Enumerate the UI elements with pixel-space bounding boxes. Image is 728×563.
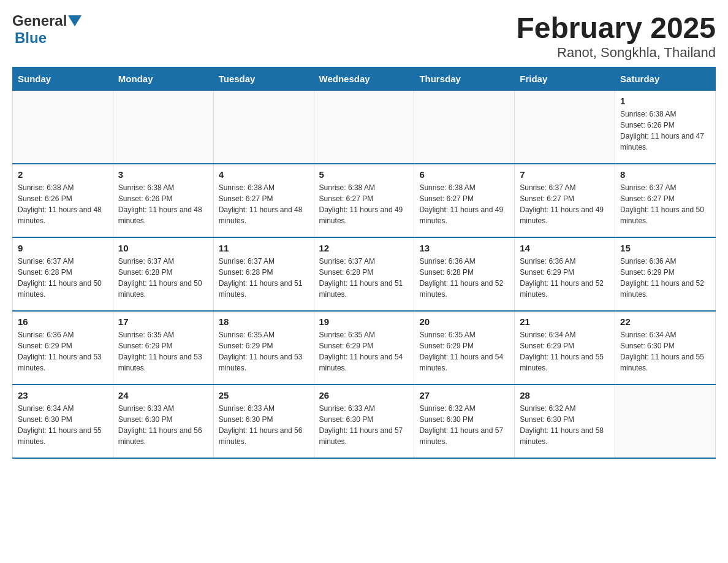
calendar-cell: 17Sunrise: 6:35 AM Sunset: 6:29 PM Dayli… — [113, 311, 213, 385]
calendar-cell: 28Sunrise: 6:32 AM Sunset: 6:30 PM Dayli… — [515, 385, 615, 458]
calendar-cell: 21Sunrise: 6:34 AM Sunset: 6:29 PM Dayli… — [515, 311, 615, 385]
day-info: Sunrise: 6:32 AM Sunset: 6:30 PM Dayligh… — [520, 403, 610, 447]
logo-arrow-icon — [68, 15, 82, 29]
day-number: 1 — [620, 96, 710, 106]
logo-blue-text: Blue — [15, 29, 47, 46]
calendar-cell: 14Sunrise: 6:36 AM Sunset: 6:29 PM Dayli… — [515, 237, 615, 311]
day-info: Sunrise: 6:34 AM Sunset: 6:29 PM Dayligh… — [520, 329, 610, 373]
day-info: Sunrise: 6:38 AM Sunset: 6:26 PM Dayligh… — [620, 109, 710, 153]
day-number: 22 — [620, 316, 710, 327]
day-info: Sunrise: 6:38 AM Sunset: 6:26 PM Dayligh… — [18, 182, 108, 226]
day-info: Sunrise: 6:35 AM Sunset: 6:29 PM Dayligh… — [419, 329, 509, 373]
day-number: 19 — [319, 316, 409, 327]
day-number: 2 — [18, 169, 108, 180]
day-info: Sunrise: 6:37 AM Sunset: 6:27 PM Dayligh… — [620, 182, 710, 226]
day-info: Sunrise: 6:35 AM Sunset: 6:29 PM Dayligh… — [219, 329, 309, 373]
weekday-header-row: SundayMondayTuesdayWednesdayThursdayFrid… — [13, 67, 716, 90]
day-number: 8 — [620, 169, 710, 180]
day-number: 16 — [18, 316, 108, 327]
calendar-subtitle: Ranot, Songkhla, Thailand — [516, 45, 716, 61]
calendar-cell: 19Sunrise: 6:35 AM Sunset: 6:29 PM Dayli… — [314, 311, 414, 385]
calendar-cell — [113, 90, 213, 164]
calendar-cell: 22Sunrise: 6:34 AM Sunset: 6:30 PM Dayli… — [615, 311, 716, 385]
day-number: 13 — [419, 243, 509, 253]
day-info: Sunrise: 6:34 AM Sunset: 6:30 PM Dayligh… — [18, 403, 108, 447]
calendar-cell — [515, 90, 615, 164]
calendar-week-row: 23Sunrise: 6:34 AM Sunset: 6:30 PM Dayli… — [13, 385, 716, 458]
day-info: Sunrise: 6:33 AM Sunset: 6:30 PM Dayligh… — [118, 403, 208, 447]
calendar-cell: 1Sunrise: 6:38 AM Sunset: 6:26 PM Daylig… — [615, 90, 716, 164]
day-number: 27 — [419, 390, 509, 400]
weekday-header-friday: Friday — [515, 67, 615, 90]
day-number: 24 — [118, 390, 208, 400]
calendar-cell — [314, 90, 414, 164]
calendar-header: SundayMondayTuesdayWednesdayThursdayFrid… — [13, 67, 716, 90]
day-info: Sunrise: 6:38 AM Sunset: 6:26 PM Dayligh… — [118, 182, 208, 226]
calendar-week-row: 16Sunrise: 6:36 AM Sunset: 6:29 PM Dayli… — [13, 311, 716, 385]
day-number: 23 — [18, 390, 108, 400]
day-info: Sunrise: 6:33 AM Sunset: 6:30 PM Dayligh… — [319, 403, 409, 447]
logo-general-text: General — [12, 12, 67, 29]
calendar-week-row: 2Sunrise: 6:38 AM Sunset: 6:26 PM Daylig… — [13, 164, 716, 237]
calendar-cell: 23Sunrise: 6:34 AM Sunset: 6:30 PM Dayli… — [13, 385, 113, 458]
day-info: Sunrise: 6:36 AM Sunset: 6:29 PM Dayligh… — [620, 256, 710, 300]
day-info: Sunrise: 6:36 AM Sunset: 6:29 PM Dayligh… — [520, 256, 610, 300]
day-number: 11 — [219, 243, 309, 253]
calendar-cell: 12Sunrise: 6:37 AM Sunset: 6:28 PM Dayli… — [314, 237, 414, 311]
calendar-cell: 25Sunrise: 6:33 AM Sunset: 6:30 PM Dayli… — [213, 385, 314, 458]
calendar-cell: 8Sunrise: 6:37 AM Sunset: 6:27 PM Daylig… — [615, 164, 716, 237]
calendar-cell: 7Sunrise: 6:37 AM Sunset: 6:27 PM Daylig… — [515, 164, 615, 237]
day-number: 25 — [219, 390, 309, 400]
day-info: Sunrise: 6:35 AM Sunset: 6:29 PM Dayligh… — [319, 329, 409, 373]
calendar-cell — [213, 90, 314, 164]
calendar-cell: 16Sunrise: 6:36 AM Sunset: 6:29 PM Dayli… — [13, 311, 113, 385]
calendar-cell: 2Sunrise: 6:38 AM Sunset: 6:26 PM Daylig… — [13, 164, 113, 237]
day-info: Sunrise: 6:37 AM Sunset: 6:28 PM Dayligh… — [219, 256, 309, 300]
day-info: Sunrise: 6:37 AM Sunset: 6:28 PM Dayligh… — [18, 256, 108, 300]
day-info: Sunrise: 6:36 AM Sunset: 6:29 PM Dayligh… — [18, 329, 108, 373]
calendar-week-row: 1Sunrise: 6:38 AM Sunset: 6:26 PM Daylig… — [13, 90, 716, 164]
weekday-header-saturday: Saturday — [615, 67, 716, 90]
calendar-cell — [615, 385, 716, 458]
page-header: General Blue February 2025 Ranot, Songkh… — [12, 12, 716, 61]
calendar-cell: 15Sunrise: 6:36 AM Sunset: 6:29 PM Dayli… — [615, 237, 716, 311]
calendar-cell: 27Sunrise: 6:32 AM Sunset: 6:30 PM Dayli… — [414, 385, 515, 458]
day-info: Sunrise: 6:33 AM Sunset: 6:30 PM Dayligh… — [219, 403, 309, 447]
day-number: 20 — [419, 316, 509, 327]
svg-marker-0 — [68, 15, 82, 26]
day-info: Sunrise: 6:38 AM Sunset: 6:27 PM Dayligh… — [319, 182, 409, 226]
calendar-cell — [414, 90, 515, 164]
day-info: Sunrise: 6:36 AM Sunset: 6:28 PM Dayligh… — [419, 256, 509, 300]
calendar-cell: 18Sunrise: 6:35 AM Sunset: 6:29 PM Dayli… — [213, 311, 314, 385]
calendar-cell: 11Sunrise: 6:37 AM Sunset: 6:28 PM Dayli… — [213, 237, 314, 311]
day-number: 28 — [520, 390, 610, 400]
calendar-cell: 13Sunrise: 6:36 AM Sunset: 6:28 PM Dayli… — [414, 237, 515, 311]
calendar-cell: 9Sunrise: 6:37 AM Sunset: 6:28 PM Daylig… — [13, 237, 113, 311]
calendar-cell: 10Sunrise: 6:37 AM Sunset: 6:28 PM Dayli… — [113, 237, 213, 311]
calendar-cell: 4Sunrise: 6:38 AM Sunset: 6:27 PM Daylig… — [213, 164, 314, 237]
day-info: Sunrise: 6:37 AM Sunset: 6:28 PM Dayligh… — [319, 256, 409, 300]
day-info: Sunrise: 6:38 AM Sunset: 6:27 PM Dayligh… — [419, 182, 509, 226]
calendar-cell — [13, 90, 113, 164]
day-number: 18 — [219, 316, 309, 327]
weekday-header-monday: Monday — [113, 67, 213, 90]
calendar-cell: 6Sunrise: 6:38 AM Sunset: 6:27 PM Daylig… — [414, 164, 515, 237]
day-number: 3 — [118, 169, 208, 180]
weekday-header-tuesday: Tuesday — [213, 67, 314, 90]
day-number: 17 — [118, 316, 208, 327]
calendar-cell: 26Sunrise: 6:33 AM Sunset: 6:30 PM Dayli… — [314, 385, 414, 458]
calendar-body: 1Sunrise: 6:38 AM Sunset: 6:26 PM Daylig… — [13, 90, 716, 458]
weekday-header-sunday: Sunday — [13, 67, 113, 90]
calendar-cell: 20Sunrise: 6:35 AM Sunset: 6:29 PM Dayli… — [414, 311, 515, 385]
title-block: February 2025 Ranot, Songkhla, Thailand — [516, 12, 716, 61]
day-info: Sunrise: 6:37 AM Sunset: 6:27 PM Dayligh… — [520, 182, 610, 226]
calendar-cell: 24Sunrise: 6:33 AM Sunset: 6:30 PM Dayli… — [113, 385, 213, 458]
day-info: Sunrise: 6:38 AM Sunset: 6:27 PM Dayligh… — [219, 182, 309, 226]
calendar-cell: 5Sunrise: 6:38 AM Sunset: 6:27 PM Daylig… — [314, 164, 414, 237]
day-number: 21 — [520, 316, 610, 327]
day-info: Sunrise: 6:34 AM Sunset: 6:30 PM Dayligh… — [620, 329, 710, 373]
day-number: 10 — [118, 243, 208, 253]
calendar-week-row: 9Sunrise: 6:37 AM Sunset: 6:28 PM Daylig… — [13, 237, 716, 311]
day-number: 7 — [520, 169, 610, 180]
day-number: 15 — [620, 243, 710, 253]
